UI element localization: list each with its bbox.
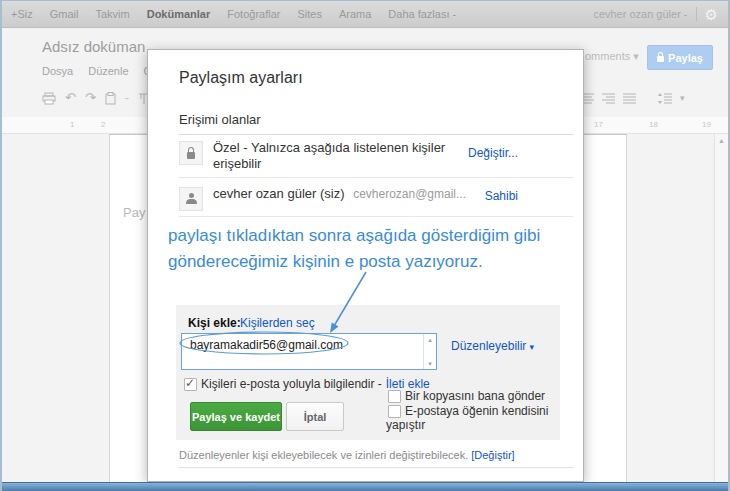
nav-documents[interactable]: Dokümanlar [147, 8, 211, 20]
redo-icon[interactable]: ↷ [85, 91, 96, 105]
lock-icon [657, 56, 664, 62]
line-spacing-icon[interactable] [658, 93, 672, 104]
access-text-line1: Özel - Yalnızca aşağıda listelenen kişil… [213, 140, 483, 156]
gear-icon[interactable]: ⚙ [705, 7, 718, 22]
toolbar-divider: - [125, 91, 129, 105]
notify-checkbox[interactable] [184, 378, 197, 391]
chevron-down-icon: ▾ [633, 50, 639, 62]
notify-label: Kişileri e-posta yoluyla bilgilendir - [201, 377, 382, 391]
lock-icon [179, 141, 203, 165]
owner-link[interactable]: Sahibi [485, 189, 518, 203]
sharing-settings-dialog: Paylaşım ayarları Erişimi olanlar Özel -… [147, 49, 584, 482]
ruler-number: 17 [594, 120, 603, 129]
access-text-line2: erişebilir [213, 156, 483, 172]
comments-button[interactable]: omments ▾ [585, 50, 639, 63]
scroll-up-icon[interactable]: ▴ [428, 336, 432, 343]
send-copy-checkbox[interactable] [388, 390, 401, 403]
nav-more[interactable]: Daha fazlası - [388, 8, 456, 20]
paste-item-option: E-postaya öğenin kendisini yapıştır [386, 404, 558, 432]
access-row-text: Özel - Yalnızca aşağıda listelenen kişil… [213, 140, 483, 172]
docs-toolbar-left: ↶ ↷ - [42, 91, 150, 105]
ruler-number: 1 [70, 120, 74, 129]
tutorial-annotation: paylaşı tıkladıktan sonra aşağıda göster… [168, 223, 572, 275]
paste-item-label: E-postaya öğenin kendisini yapıştır [386, 404, 548, 432]
annotation-line2: göndereceğimiz kişinin e posta yazıyoruz… [168, 249, 572, 275]
window-bottom-bar [2, 482, 728, 491]
align-right-icon[interactable] [602, 93, 615, 104]
nav-gmail[interactable]: Gmail [50, 8, 79, 20]
cancel-button[interactable]: İptal [286, 402, 344, 431]
nav-plus-you[interactable]: +Siz [11, 8, 33, 20]
scroll-down-icon[interactable]: ▾ [428, 360, 432, 367]
ruler-number: 18 [649, 120, 658, 129]
row-divider [179, 177, 573, 178]
invite-panel: Kişi ekle: Kişilerden seç bayramakadir56… [176, 305, 560, 440]
topbar-nav: +Siz Gmail Takvim Dokümanlar Fotoğraflar… [2, 8, 456, 20]
dialog-title: Paylaşım ayarları [179, 69, 303, 87]
ruler-number: 19 [702, 120, 711, 129]
owner-row-text: cevher ozan güler (siz) cevherozan@gmail… [213, 186, 483, 202]
account-menu[interactable]: cevher ozan güler - [593, 8, 687, 20]
row-divider [179, 216, 573, 217]
permission-dropdown[interactable]: Düzenleyebilir▾ [451, 339, 534, 353]
chevron-down-icon[interactable]: ▾ [680, 91, 685, 105]
change-link[interactable]: Değiştir... [468, 146, 518, 160]
footer-divider [179, 467, 573, 468]
google-topbar: +Siz Gmail Takvim Dokümanlar Fotoğraflar… [2, 1, 728, 28]
app-window: +Siz Gmail Takvim Dokümanlar Fotoğraflar… [0, 0, 730, 491]
add-people-label: Kişi ekle: [188, 316, 241, 330]
menu-file[interactable]: Dosya [42, 65, 73, 77]
send-copy-option: Bir kopyasını bana gönder [386, 389, 558, 403]
document-body-text: Pay [123, 205, 145, 220]
invite-email-value: bayramakadir56@gmail.com [190, 338, 343, 352]
send-copy-label: Bir kopyasını bana gönder [405, 389, 545, 403]
input-scrollbar: ▴ ▾ [423, 334, 436, 369]
ruler-number: 2 [101, 120, 105, 129]
topbar-right: cevher ozan güler - ⚙ [593, 7, 728, 22]
undo-icon[interactable]: ↶ [65, 91, 76, 105]
footer-text: Düzenleyenler kişi ekleyebilecek ve izin… [179, 449, 471, 461]
paste-item-checkbox[interactable] [388, 405, 401, 418]
share-and-save-button[interactable]: Paylaş ve kaydet [190, 402, 282, 431]
vertical-scrollbar[interactable]: ▲ [714, 134, 728, 483]
print-icon[interactable] [42, 92, 56, 105]
nav-photos[interactable]: Fotoğraflar [227, 8, 280, 20]
menu-edit[interactable]: Düzenle [88, 65, 128, 77]
access-row-owner: cevher ozan güler (siz) cevherozan@gmail… [179, 186, 573, 202]
share-button[interactable]: Paylaş [647, 45, 713, 70]
who-has-access-heading: Erişimi olanlar [179, 112, 573, 135]
topbar-separator [696, 7, 697, 21]
choose-from-contacts-link[interactable]: Kişilerden seç [240, 316, 315, 330]
footer-change-link[interactable]: [Değiştir] [471, 449, 514, 461]
owner-email: cevherozan@gmail... [353, 187, 466, 201]
document-title[interactable]: Adsız doküman [42, 38, 145, 55]
owner-name: cevher ozan güler (siz) [213, 186, 345, 201]
access-row-private: Özel - Yalnızca aşağıda listelenen kişil… [179, 140, 573, 172]
paint-format-icon[interactable] [105, 92, 116, 105]
permission-label: Düzenleyebilir [451, 339, 526, 353]
chevron-down-icon: ▾ [529, 342, 534, 352]
invite-email-input[interactable]: bayramakadir56@gmail.com ▴ ▾ [181, 333, 437, 370]
scroll-up-icon[interactable]: ▲ [718, 137, 725, 144]
nav-search[interactable]: Arama [339, 8, 371, 20]
person-icon [179, 187, 203, 211]
comments-label: omments [585, 50, 630, 62]
annotation-line1: paylaşı tıkladıktan sonra aşağıda göster… [168, 223, 572, 249]
editors-permission-note: Düzenleyenler kişi ekleyebilecek ve izin… [179, 449, 515, 461]
email-options: Bir kopyasını bana gönder E-postaya öğen… [386, 389, 558, 433]
align-justify-icon[interactable] [623, 93, 636, 104]
nav-calendar[interactable]: Takvim [95, 8, 129, 20]
nav-sites[interactable]: Sites [297, 8, 321, 20]
share-button-label: Paylaş [668, 52, 703, 64]
